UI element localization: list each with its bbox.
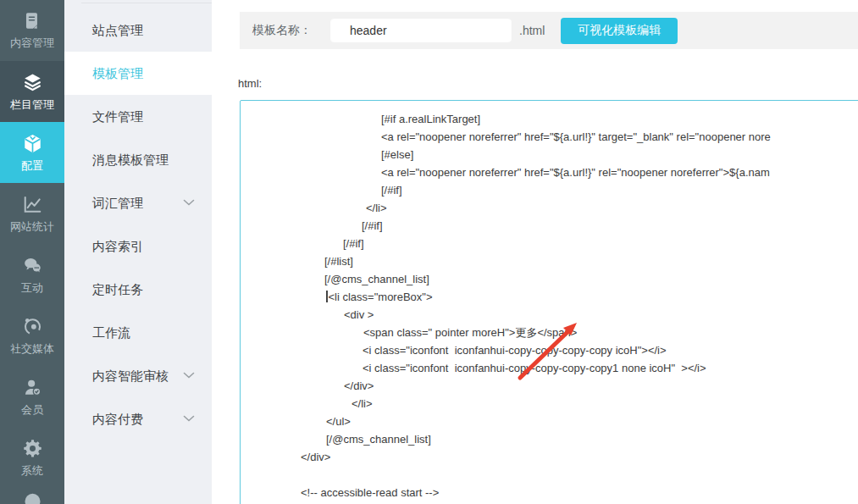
menu-item-scheduled-tasks[interactable]: 定时任务 <box>64 268 212 311</box>
menu-item-label: 工作流 <box>92 325 130 340</box>
code-line: [#if a.realLinkTarget] <box>246 110 858 128</box>
code-line: </div> <box>246 448 858 466</box>
secondary-sidebar: 站点管理模板管理文件管理消息模板管理词汇管理内容索引定时任务工作流内容智能审核内… <box>64 0 212 504</box>
sidebar-item-column-management[interactable]: 栏目管理 <box>0 61 64 122</box>
code-line: [/#if] <box>246 181 858 199</box>
sidebar-item-label: 网站统计 <box>10 219 54 235</box>
template-code-editor[interactable]: [#if a.realLinkTarget]<a rel="noopener n… <box>240 100 858 504</box>
menu-item-label: 词汇管理 <box>92 196 143 210</box>
menu-item-workflow[interactable]: 工作流 <box>64 311 212 354</box>
chevron-down-icon <box>183 199 195 207</box>
line-chart-icon <box>21 193 44 216</box>
primary-sidebar: 内容管理栏目管理配置网站统计互动社交媒体会员系统 <box>0 0 64 504</box>
code-line: <i class="iconfont iconfanhui-copy-copy-… <box>246 359 858 377</box>
code-line: <a rel="noopener noreferrer" href="${a.u… <box>246 128 858 146</box>
code-line: <i class="iconfont iconfanhui-copy-copy-… <box>246 341 858 359</box>
menu-item-label: 消息模板管理 <box>92 152 169 167</box>
template-name-label: 模板名称： <box>252 23 312 38</box>
menu-item-label: 内容付费 <box>92 412 143 426</box>
code-line: <span class=" pointer moreH">更多</span> <box>246 324 858 341</box>
sidebar-item-label: 系统 <box>21 463 43 479</box>
menu-item-file-management[interactable]: 文件管理 <box>64 95 212 138</box>
menu-item-label: 站点管理 <box>92 23 143 37</box>
code-line: </ul> <box>246 413 858 430</box>
member-icon <box>21 376 44 399</box>
menu-item-message-template-management[interactable]: 消息模板管理 <box>64 138 212 181</box>
code-line: [/#if] <box>246 217 858 235</box>
code-line: <div > <box>246 306 858 324</box>
sidebar-item-system[interactable]: 系统 <box>0 427 64 488</box>
sidebar-item-label: 配置 <box>21 158 43 174</box>
support-icon <box>21 488 44 504</box>
code-line: [/@cms_channel_list] <box>246 430 858 448</box>
sidebar-item-label: 社交媒体 <box>10 341 54 357</box>
share-network-icon <box>21 315 44 338</box>
sidebar-item-label: 栏目管理 <box>10 97 54 113</box>
menu-item-label: 内容索引 <box>92 239 143 253</box>
code-line: </div> <box>246 377 858 395</box>
gear-icon <box>21 437 44 460</box>
menu-item-label: 内容智能审核 <box>92 368 169 383</box>
code-line: [/#if] <box>246 235 858 252</box>
menu-item-content-ai-review[interactable]: 内容智能审核 <box>64 354 212 397</box>
code-line: [/#list] <box>246 252 858 270</box>
sidebar-item-social-media[interactable]: 社交媒体 <box>0 305 64 366</box>
code-line: <a rel="noopener noreferrer" href="${a.u… <box>246 163 858 181</box>
sidebar-item-interaction[interactable]: 互动 <box>0 244 64 305</box>
menu-item-label: 文件管理 <box>92 109 143 124</box>
code-line: <li class="moreBox"> <box>246 288 858 306</box>
sidebar-item-label: 会员 <box>21 402 43 418</box>
divider <box>81 3 212 3</box>
menu-item-template-management[interactable]: 模板管理 <box>64 52 212 95</box>
sidebar-item-label: 内容管理 <box>10 36 54 51</box>
menu-item-label: 定时任务 <box>92 282 143 296</box>
menu-item-content-index[interactable]: 内容索引 <box>64 224 212 268</box>
code-line: </li> <box>246 199 858 217</box>
cube-icon <box>21 132 44 155</box>
text-cursor <box>326 291 328 302</box>
template-name-input[interactable] <box>330 19 512 42</box>
menu-item-vocabulary-management[interactable]: 词汇管理 <box>64 181 212 224</box>
sidebar-item-content-management[interactable]: 内容管理 <box>0 0 64 61</box>
menu-item-site-management[interactable]: 站点管理 <box>64 8 212 52</box>
sidebar-item-member[interactable]: 会员 <box>0 366 64 427</box>
menu-item-label: 模板管理 <box>92 66 143 80</box>
sidebar-item-label: 互动 <box>21 280 43 296</box>
html-field-label: html: <box>238 77 262 90</box>
chat-bubbles-icon <box>21 254 44 277</box>
template-toolbar: 模板名称： .html 可视化模板编辑 <box>240 12 858 49</box>
layers-icon <box>21 71 44 94</box>
code-line: [/@cms_channel_list] <box>246 270 858 288</box>
code-line: <!-- accessible-read start --> <box>246 484 858 501</box>
sidebar-item-config[interactable]: 配置 <box>0 122 64 183</box>
code-line: </li> <box>246 395 858 413</box>
sidebar-item-site-stats[interactable]: 网站统计 <box>0 183 64 244</box>
visual-template-edit-button[interactable]: 可视化模板编辑 <box>561 18 678 44</box>
chevron-down-icon <box>183 372 195 379</box>
document-icon <box>21 10 43 32</box>
chevron-down-icon <box>183 415 195 423</box>
sidebar-item-more-partial[interactable] <box>0 488 64 504</box>
code-line: [#else] <box>246 146 858 163</box>
code-line <box>246 466 858 484</box>
menu-item-content-paywall[interactable]: 内容付费 <box>64 397 212 440</box>
template-extension-label: .html <box>519 24 545 37</box>
